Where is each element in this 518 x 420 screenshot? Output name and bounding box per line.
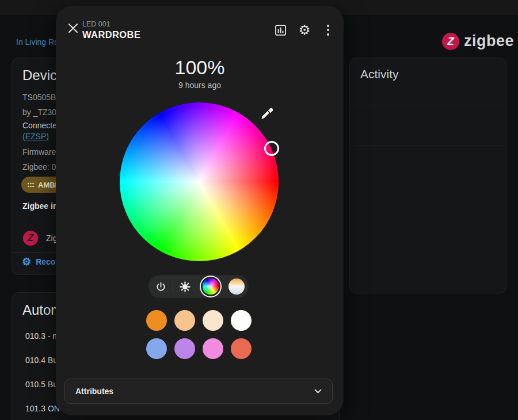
activity-divider (350, 146, 506, 146)
activity-card: Activity (349, 58, 506, 293)
color-preset-swatch[interactable] (174, 338, 195, 359)
brightness-sun-icon (179, 281, 191, 293)
automation-item[interactable]: 010.3 - m (25, 331, 59, 341)
entity-title: WARDROBE (82, 29, 140, 40)
light-more-info-dialog: LED 001 WARDROBE ⚙ 100% 9 hours ago (56, 6, 344, 415)
color-wheel-cursor[interactable] (264, 141, 279, 156)
automation-item[interactable]: 010.4 But (25, 356, 60, 365)
automation-item[interactable]: 010.5 But (25, 380, 60, 389)
zigbee-brand-name: zigbee (464, 32, 514, 50)
color-preset-swatch[interactable] (174, 310, 195, 331)
zigbee-logo-icon: Z (23, 231, 38, 246)
eyedropper-icon[interactable] (259, 106, 274, 121)
device-manufacturer: by _TZ300 (22, 108, 61, 117)
gear-icon: ⚙ (299, 24, 311, 37)
attributes-expander[interactable]: Attributes (64, 379, 333, 404)
zigbee-logo-icon: Z (442, 33, 459, 50)
power-toggle-button[interactable] (148, 275, 173, 298)
color-preset-swatch[interactable] (146, 338, 167, 359)
brightness-value: 100% (56, 56, 344, 79)
brightness-tab[interactable] (173, 275, 197, 298)
activity-divider (350, 105, 506, 105)
breadcrumb[interactable]: In Living Ro (16, 37, 59, 47)
three-dot-menu-icon (327, 25, 329, 36)
color-preset-swatch[interactable] (231, 338, 252, 359)
more-menu-button[interactable] (318, 20, 338, 40)
color-wheel-tab[interactable] (203, 278, 219, 295)
attributes-label: Attributes (75, 387, 113, 396)
zigbee-brand-logo: Z zigbee (442, 32, 514, 50)
color-preset-swatch[interactable] (231, 310, 252, 331)
light-mode-tabs (148, 275, 249, 298)
history-chart-icon (274, 24, 287, 37)
device-zigbee-id: Zigbee: 00 (22, 162, 60, 171)
color-preset-swatch[interactable] (203, 338, 223, 359)
zigbee-info-heading: Zigbee inf (22, 201, 60, 211)
history-button[interactable] (270, 20, 291, 40)
last-changed: 9 hours ago (56, 81, 344, 90)
activity-card-title: Activity (360, 67, 399, 81)
close-icon (68, 23, 78, 33)
color-wheel[interactable] (120, 102, 279, 261)
device-model: TS0505B (22, 93, 56, 102)
dialog-header: LED 001 WARDROBE ⚙ (56, 6, 344, 43)
device-subtitle: LED 001 (82, 20, 140, 28)
color-temperature-tab[interactable] (228, 278, 245, 295)
badge-dots-icon (27, 181, 35, 189)
color-preset-swatch[interactable] (146, 310, 167, 331)
settings-button[interactable]: ⚙ (294, 20, 315, 40)
reconfigure-button[interactable]: ⚙ Recon (22, 257, 60, 267)
close-button[interactable] (63, 18, 83, 39)
color-preset-swatch[interactable] (203, 310, 223, 331)
chevron-down-icon (314, 389, 322, 394)
automation-item[interactable]: 101.3 ON (25, 404, 60, 413)
reconfigure-gear-icon: ⚙ (22, 257, 31, 267)
integration-row[interactable]: Z Zig (23, 231, 57, 246)
device-firmware-label: Firmware: (22, 147, 58, 156)
power-icon (155, 281, 167, 293)
device-connected-link[interactable]: (EZSP) (22, 132, 49, 141)
